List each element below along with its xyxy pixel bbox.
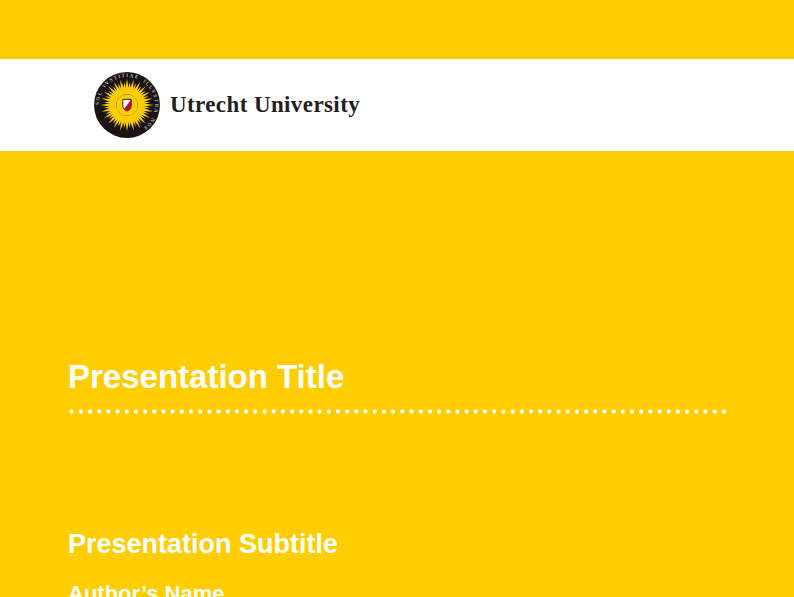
top-yellow-band <box>0 0 794 59</box>
university-logo: SOL IVSTITIAE ILLVSTRA NOS Utrecht Unive… <box>94 72 360 138</box>
university-seal-icon: SOL IVSTITIAE ILLVSTRA NOS <box>94 72 160 138</box>
content-area: Presentation Title Presentation Subtitle… <box>0 151 794 597</box>
dotted-divider <box>67 408 729 415</box>
presentation-subtitle: Presentation Subtitle <box>68 531 338 558</box>
seal-center-shield <box>123 99 131 111</box>
logo-band: SOL IVSTITIAE ILLVSTRA NOS Utrecht Unive… <box>0 59 794 151</box>
presentation-title: Presentation Title <box>68 360 344 393</box>
university-wordmark: Utrecht University <box>170 92 360 118</box>
title-slide: SOL IVSTITIAE ILLVSTRA NOS Utrecht Unive… <box>0 0 794 597</box>
author-name: Author’s Name <box>68 583 224 597</box>
